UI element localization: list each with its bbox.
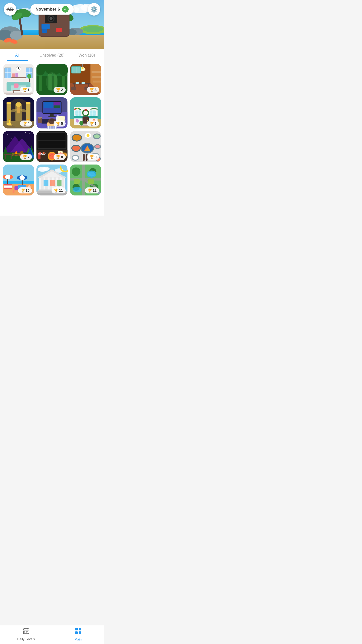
trophy-badge-12: 🏆 12 bbox=[85, 187, 99, 193]
trophy-icon-4: 🏆 bbox=[23, 122, 27, 126]
level-card-6[interactable]: 🏆 6 bbox=[70, 97, 101, 128]
svg-rect-124 bbox=[54, 102, 61, 105]
tabs-container: All Unsolved (28) Won (18) bbox=[0, 49, 104, 61]
svg-rect-28 bbox=[42, 24, 50, 29]
tab-won[interactable]: Won (18) bbox=[69, 49, 104, 61]
svg-point-95 bbox=[75, 82, 79, 84]
svg-rect-272 bbox=[41, 177, 43, 190]
no-ads-icon: AD bbox=[7, 7, 14, 12]
svg-rect-97 bbox=[71, 87, 76, 90]
settings-icon: ⚙️ bbox=[90, 6, 98, 13]
svg-point-169 bbox=[11, 138, 12, 138]
trophy-icon-10: 🏆 bbox=[21, 188, 25, 192]
level-card-10[interactable]: 🏆 10 bbox=[3, 165, 34, 195]
trophy-badge-10: 🏆 10 bbox=[18, 187, 32, 193]
svg-point-154 bbox=[84, 109, 87, 111]
trophy-icon-1: 🏆 bbox=[23, 88, 27, 92]
tab-all[interactable]: All bbox=[0, 49, 35, 61]
level-card-3[interactable]: 🏆 3 bbox=[70, 64, 101, 95]
svg-point-216 bbox=[38, 153, 40, 154]
svg-point-235 bbox=[72, 156, 78, 159]
level-card-12[interactable]: 🏆 12 bbox=[70, 165, 101, 195]
svg-point-247 bbox=[5, 175, 11, 179]
svg-rect-102 bbox=[7, 102, 11, 125]
svg-point-267 bbox=[42, 167, 50, 171]
svg-point-88 bbox=[81, 67, 83, 69]
trophy-badge-6: 🏆 6 bbox=[87, 120, 99, 127]
svg-rect-55 bbox=[11, 77, 26, 78]
trophy-badge-1: 🏆 1 bbox=[20, 87, 32, 93]
trophy-icon-9: 🏆 bbox=[89, 155, 94, 159]
svg-rect-218 bbox=[66, 153, 67, 156]
date-label: November 6 bbox=[35, 7, 60, 12]
svg-point-284 bbox=[61, 165, 68, 172]
svg-point-170 bbox=[25, 132, 26, 133]
svg-point-162 bbox=[76, 119, 78, 123]
svg-point-202 bbox=[52, 154, 53, 155]
trophy-badge-2: 🏆 2 bbox=[54, 87, 66, 93]
svg-point-118 bbox=[27, 119, 29, 120]
trophy-icon-12: 🏆 bbox=[87, 188, 92, 192]
svg-point-155 bbox=[74, 109, 76, 110]
settings-button[interactable]: ⚙️ bbox=[88, 3, 100, 16]
svg-rect-258 bbox=[15, 186, 18, 190]
level-card-11[interactable]: 🏆 11 bbox=[36, 165, 67, 195]
svg-point-225 bbox=[94, 134, 100, 138]
svg-point-132 bbox=[38, 117, 42, 119]
svg-point-59 bbox=[27, 74, 31, 79]
level-card-5[interactable]: 🏆 5 bbox=[36, 97, 67, 128]
svg-point-167 bbox=[22, 135, 22, 136]
trophy-icon-3: 🏆 bbox=[89, 88, 94, 92]
trophy-icon-8: 🏆 bbox=[56, 155, 60, 159]
svg-point-185 bbox=[20, 151, 23, 154]
svg-point-168 bbox=[29, 133, 29, 134]
svg-rect-186 bbox=[4, 154, 13, 155]
level-card-2[interactable]: 🏆 2 bbox=[36, 64, 67, 95]
svg-rect-60 bbox=[3, 93, 34, 95]
svg-rect-115 bbox=[9, 120, 10, 123]
svg-rect-106 bbox=[26, 102, 30, 104]
svg-point-223 bbox=[86, 134, 89, 137]
svg-point-165 bbox=[8, 134, 8, 135]
trophy-badge-11: 🏆 11 bbox=[52, 187, 66, 193]
trophy-icon-6: 🏆 bbox=[89, 122, 94, 126]
svg-rect-36 bbox=[56, 28, 62, 32]
no-ads-button[interactable]: AD bbox=[4, 3, 16, 16]
svg-point-233 bbox=[95, 145, 100, 148]
svg-rect-37 bbox=[42, 29, 47, 33]
svg-rect-85 bbox=[93, 80, 101, 83]
trophy-badge-7: 🏆 7 bbox=[20, 154, 32, 160]
svg-point-264 bbox=[13, 189, 15, 190]
svg-rect-83 bbox=[92, 71, 101, 73]
top-bar: AD November 6 ✓ ⚙️ bbox=[0, 3, 104, 16]
svg-point-135 bbox=[50, 119, 54, 122]
svg-rect-54 bbox=[14, 84, 19, 88]
svg-rect-123 bbox=[44, 102, 53, 108]
svg-point-293 bbox=[88, 172, 95, 176]
svg-point-160 bbox=[79, 121, 83, 126]
svg-rect-263 bbox=[13, 190, 15, 193]
svg-rect-283 bbox=[57, 180, 62, 186]
level-card-1[interactable]: 🏆 1 bbox=[3, 64, 34, 95]
svg-rect-56 bbox=[12, 73, 15, 77]
svg-point-116 bbox=[9, 119, 10, 120]
trophy-badge-8: 🏆 8 bbox=[54, 154, 66, 160]
svg-point-221 bbox=[72, 135, 81, 141]
level-11-progress-arc bbox=[53, 165, 68, 180]
svg-rect-57 bbox=[15, 73, 18, 77]
svg-point-32 bbox=[50, 17, 53, 20]
svg-rect-282 bbox=[50, 180, 55, 186]
svg-rect-103 bbox=[7, 102, 11, 104]
tab-unsolved[interactable]: Unsolved (28) bbox=[35, 49, 69, 61]
svg-point-227 bbox=[72, 146, 80, 151]
level-card-9[interactable]: 🏆 9 bbox=[70, 131, 101, 162]
svg-point-208 bbox=[42, 152, 45, 154]
level-card-4[interactable]: 🏆 4 bbox=[3, 97, 34, 128]
svg-point-166 bbox=[15, 133, 15, 133]
level-card-8[interactable]: 🏆 8 bbox=[36, 131, 67, 162]
svg-rect-84 bbox=[92, 76, 101, 78]
svg-rect-236 bbox=[83, 154, 85, 161]
svg-point-214 bbox=[61, 151, 63, 153]
level-card-7[interactable]: 🏆 7 bbox=[3, 131, 34, 162]
levels-grid: 🏆 1 🏆 2 bbox=[0, 61, 104, 216]
